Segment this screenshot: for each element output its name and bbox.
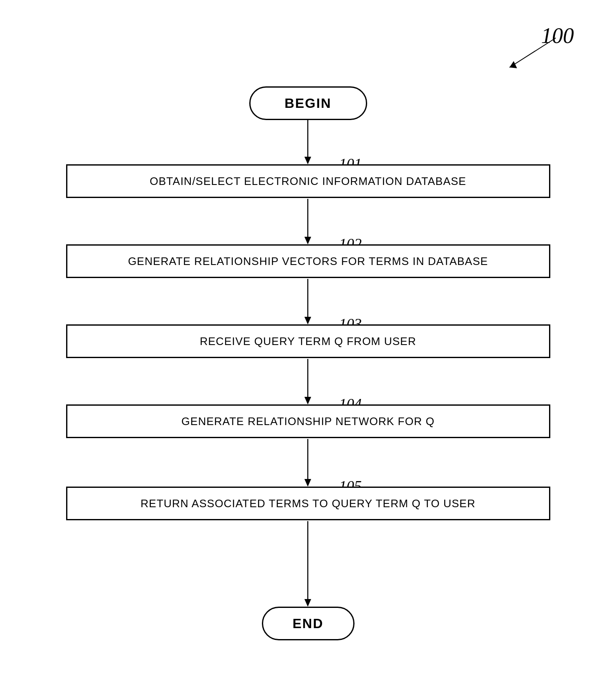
begin-terminal: BEGIN xyxy=(249,86,367,120)
step-105-text: RETURN ASSOCIATED TERMS TO QUERY TERM Q … xyxy=(132,497,484,510)
step-101-box: OBTAIN/SELECT ELECTRONIC INFORMATION DAT… xyxy=(66,164,550,198)
svg-marker-1 xyxy=(509,61,517,68)
end-label: END xyxy=(293,616,324,631)
step-104-box: GENERATE RELATIONSHIP NETWORK FOR Q xyxy=(66,404,550,438)
end-terminal: END xyxy=(262,607,355,640)
figure-label: 100 xyxy=(541,23,574,48)
svg-marker-7 xyxy=(304,317,311,324)
svg-marker-11 xyxy=(304,479,311,487)
step-105-box: RETURN ASSOCIATED TERMS TO QUERY TERM Q … xyxy=(66,487,550,520)
flowchart-diagram: 100 BEGIN 101 OBTAIN/SELECT ELECTRONIC I… xyxy=(0,0,616,693)
step-103-box: RECEIVE QUERY TERM Q FROM USER xyxy=(66,324,550,358)
step-102-box: GENERATE RELATIONSHIP VECTORS FOR TERMS … xyxy=(66,244,550,278)
step-103-text: RECEIVE QUERY TERM Q FROM USER xyxy=(192,335,425,348)
begin-label: BEGIN xyxy=(285,96,331,111)
step-102-text: GENERATE RELATIONSHIP VECTORS FOR TERMS … xyxy=(120,255,496,268)
svg-marker-5 xyxy=(304,237,311,244)
svg-marker-13 xyxy=(304,599,311,607)
svg-marker-9 xyxy=(304,397,311,404)
step-101-text: OBTAIN/SELECT ELECTRONIC INFORMATION DAT… xyxy=(141,175,475,188)
svg-marker-3 xyxy=(304,157,311,164)
step-104-text: GENERATE RELATIONSHIP NETWORK FOR Q xyxy=(173,415,443,428)
